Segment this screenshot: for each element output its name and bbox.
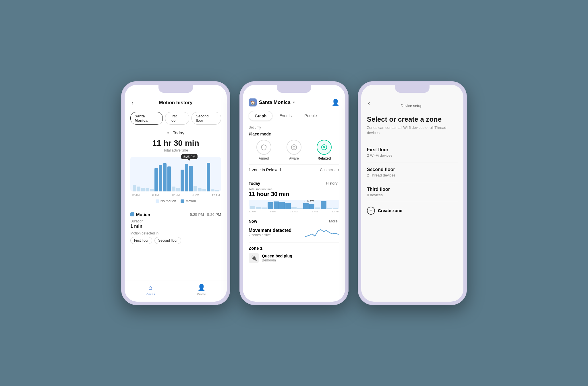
create-zone-row[interactable]: + Create zone xyxy=(367,202,458,219)
place-mode-label: Place mode xyxy=(249,132,339,136)
device-location: Bedroom xyxy=(262,258,292,262)
create-zone-label: Create zone xyxy=(378,208,402,213)
zone-first-floor-sub: 2 Wi-Fi devices xyxy=(367,153,458,158)
mode-options: Armed Aware xyxy=(249,140,339,160)
zone-status-row: 1 zone in Relaxed Customize › xyxy=(249,164,339,175)
nav-arrows[interactable]: « xyxy=(167,130,169,135)
tab-graph[interactable]: Graph xyxy=(249,111,272,121)
zones-active: 2 zones active xyxy=(249,233,291,237)
chart-legend: No motion Motion xyxy=(130,199,221,203)
plus-icon: + xyxy=(367,207,375,215)
legend-dot-no-motion xyxy=(156,199,159,203)
mini-bar-13 xyxy=(321,201,326,209)
customize-link[interactable]: Customize › xyxy=(320,168,339,172)
movement-info: Movement detected 2 zones active xyxy=(249,228,291,237)
filter-first-floor[interactable]: First floor xyxy=(165,112,189,125)
mini-bar-10 xyxy=(303,203,309,209)
select-zone-desc: Zones can contain all Wi-fi devices or a… xyxy=(367,125,458,135)
duration-label: Duration xyxy=(130,219,221,223)
bar-9 xyxy=(167,166,171,191)
bars xyxy=(130,157,221,191)
bar-17 xyxy=(202,189,206,191)
chart-label-2: 12 PM xyxy=(171,194,180,197)
zone-first-floor[interactable]: First floor 2 Wi-Fi devices xyxy=(367,143,458,162)
bar-13 xyxy=(185,164,188,191)
filter-santa-monica[interactable]: Santa Monica xyxy=(130,112,163,125)
relaxed-label: Relaxed xyxy=(318,156,331,160)
profile-icon: 👤 xyxy=(198,284,205,291)
more-link[interactable]: More › xyxy=(329,219,339,223)
profile-header-icon[interactable]: 👤 xyxy=(332,99,339,106)
armed-label: Armed xyxy=(259,156,269,160)
customize-chevron: › xyxy=(338,168,339,172)
mode-relaxed[interactable]: Relaxed xyxy=(317,140,332,160)
history-chevron: › xyxy=(338,181,339,185)
tab-events[interactable]: Events xyxy=(274,111,297,121)
legend-dot-motion xyxy=(181,199,184,203)
motion-section-header: Today History › xyxy=(249,181,339,186)
zone-pill-second[interactable]: Second floor xyxy=(154,237,181,244)
notch-2 xyxy=(277,85,311,93)
zone-third-floor[interactable]: Third floor 0 devices xyxy=(367,182,458,202)
mini-bar-9 xyxy=(297,208,303,209)
mini-bar-4 xyxy=(268,202,273,209)
movement-text: Movement detected xyxy=(249,228,291,233)
nav-profile[interactable]: 👤 Profile xyxy=(197,284,206,296)
nav-places-label: Places xyxy=(146,292,155,296)
svg-point-3 xyxy=(324,147,325,148)
phone-3-screen: ‹ Device setup Select or create a zone Z… xyxy=(361,85,463,302)
phone-1-screen: ‹ Motion history Santa Monica First floo… xyxy=(125,85,227,302)
zone-second-floor[interactable]: Second floor 2 Thread devices xyxy=(367,162,458,182)
device-info: Queen bed plug Bedroom xyxy=(262,254,292,262)
phone-1: ‹ Motion history Santa Monica First floo… xyxy=(121,81,230,305)
back-button[interactable]: ‹ xyxy=(130,98,135,107)
tab-people[interactable]: People xyxy=(299,111,323,121)
mini-label-2: 12 PM xyxy=(290,210,297,213)
nav-places[interactable]: ⌂ Places xyxy=(146,284,155,296)
security-section-header: Security xyxy=(249,125,339,129)
device-plug-icon: 🔌 xyxy=(249,253,259,263)
history-link[interactable]: History › xyxy=(326,181,339,185)
mini-bar-11 xyxy=(309,204,315,209)
device-name: Queen bed plug xyxy=(262,254,292,258)
notch-3 xyxy=(395,85,430,93)
bar-12 xyxy=(181,170,184,191)
mode-armed[interactable]: Armed xyxy=(256,140,271,160)
mini-bar-8 xyxy=(291,207,297,209)
mini-chart-tooltip: 7:12 PM xyxy=(304,200,314,202)
mini-bars xyxy=(249,200,339,209)
now-content: Movement detected 2 zones active xyxy=(249,225,339,240)
graph-header: 🏠 Santa Monica ▾ 👤 xyxy=(249,98,339,106)
chevron-down-icon[interactable]: ▾ xyxy=(293,100,295,104)
zone-list: First floor 2 Wi-Fi devices Second floor… xyxy=(367,143,458,219)
svg-point-0 xyxy=(291,144,297,150)
select-zone-title: Select or create a zone xyxy=(367,115,458,124)
bar-15 xyxy=(194,186,197,191)
zone-pill-first[interactable]: First floor xyxy=(130,237,152,244)
mini-bar-12 xyxy=(315,207,320,209)
mode-aware[interactable]: Aware xyxy=(287,140,301,160)
device-setup-back-button[interactable]: ‹ xyxy=(367,98,371,107)
bar-10 xyxy=(172,187,175,191)
bar-18 xyxy=(207,163,210,191)
chart-labels: 12 AM 6 AM 12 PM 6 PM 12 AM xyxy=(130,194,221,197)
motion-label: Motion xyxy=(185,199,196,203)
bar-4 xyxy=(146,188,149,191)
chart-label-4: 12 AM xyxy=(212,194,220,197)
date-label: Today xyxy=(173,130,184,135)
mini-bar-14 xyxy=(327,208,332,209)
legend-motion: Motion xyxy=(181,199,196,203)
total-time: 11 hr 30 min xyxy=(130,139,221,148)
device-setup-screen-title: Device setup xyxy=(401,104,422,108)
no-motion-label: No motion xyxy=(160,199,176,203)
home-icon: ⌂ xyxy=(148,284,152,291)
location-title: 🏠 Santa Monica ▾ xyxy=(249,98,295,106)
filter-second-floor[interactable]: Second floor xyxy=(192,112,221,125)
armed-icon xyxy=(256,140,271,155)
motion-event-label: Motion xyxy=(130,212,150,217)
mini-bar-2 xyxy=(256,207,261,209)
mini-label-1: 6 AM xyxy=(270,210,276,213)
bar-16 xyxy=(198,188,201,191)
nav-profile-label: Profile xyxy=(197,292,206,296)
zone-second-floor-sub: 2 Thread devices xyxy=(367,173,458,177)
